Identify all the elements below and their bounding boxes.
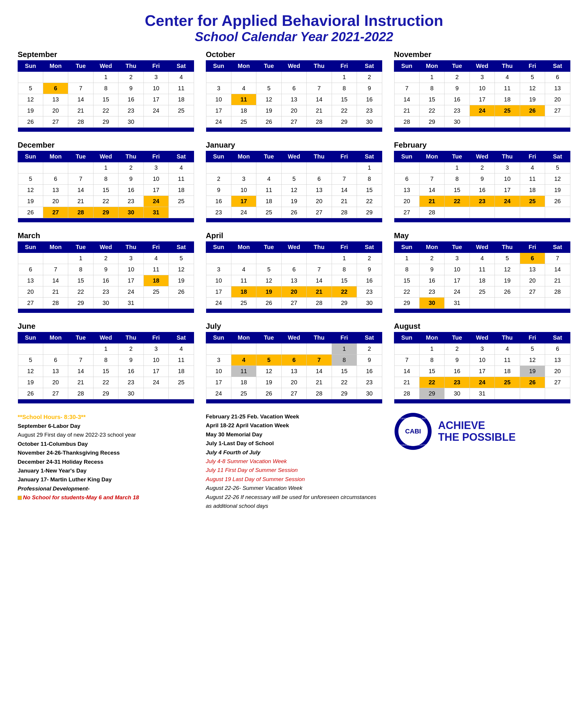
day-header: Sat xyxy=(545,151,570,162)
calendar-cell: 27 xyxy=(18,298,43,309)
calendar-cell xyxy=(281,309,306,313)
calendar-cell: 10 xyxy=(144,83,169,94)
calendar-cell: 27 xyxy=(281,388,306,399)
calendar-cell: 12 xyxy=(18,366,43,377)
calendar-cell xyxy=(144,128,169,132)
month-block-march: MarchSunMonTueWedThuFriSat12345678910111… xyxy=(18,231,194,313)
calendar-cell: 28 xyxy=(68,116,93,128)
calendar-cell: 26 xyxy=(256,298,281,309)
calendar-cell: 11 xyxy=(169,354,194,366)
calendar-cell: 8 xyxy=(93,173,118,185)
calendar-cell: 3 xyxy=(231,173,256,185)
calendar-cell: 22 xyxy=(332,286,356,298)
month-block-may: MaySunMonTueWedThuFriSat1234567891011121… xyxy=(394,231,570,313)
calendar-cell: 10 xyxy=(444,264,470,275)
calendar-cell: 16 xyxy=(357,275,382,286)
calendar-cell xyxy=(357,128,382,132)
month-name: October xyxy=(206,50,382,59)
calendar-cell: 22 xyxy=(394,286,419,298)
calendar-cell: 28 xyxy=(307,388,332,399)
calendar-cell: 28 xyxy=(394,388,419,399)
footer-item: August 19 Last Day of Summer Session xyxy=(206,475,382,484)
calendar-cell: 6 xyxy=(18,264,43,275)
calendar-cell xyxy=(495,399,520,404)
calendar-cell xyxy=(231,128,256,132)
calendar-cell: 5 xyxy=(256,83,281,94)
calendar-cell: 8 xyxy=(332,354,356,366)
calendar-cell: 17 xyxy=(470,366,495,377)
calendar-cell: 13 xyxy=(520,264,545,275)
calendar-cell: 15 xyxy=(93,94,118,105)
calendar-cell: 12 xyxy=(256,366,281,377)
calendar-cell xyxy=(256,343,281,354)
calendar-cell xyxy=(18,218,43,222)
calendar-cell: 20 xyxy=(43,377,68,388)
day-header: Wed xyxy=(281,242,306,253)
calendar-cell xyxy=(444,309,470,313)
calendar-cell: 23 xyxy=(93,286,118,298)
calendar-cell: 31 xyxy=(144,207,169,218)
calendar-cell xyxy=(118,218,144,222)
calendar-cell: 29 xyxy=(394,298,419,309)
calendar-cell: 23 xyxy=(444,105,470,116)
day-header: Sat xyxy=(169,151,194,162)
calendar-cell xyxy=(394,399,419,404)
calendar-cell: 19 xyxy=(520,366,545,377)
day-header: Sun xyxy=(18,242,43,253)
calendar-cell: 25 xyxy=(169,105,194,116)
day-header: Thu xyxy=(118,151,144,162)
calendar-cell: 5 xyxy=(495,253,520,264)
calendar-cell: 30 xyxy=(118,388,144,399)
calendar-cell xyxy=(520,128,545,132)
calendar-cell xyxy=(281,218,306,222)
calendar-cell: 21 xyxy=(307,286,332,298)
calendar-table: SunMonTueWedThuFriSat1234567891011121314… xyxy=(206,151,382,222)
calendar-cell xyxy=(394,128,419,132)
page-title-block: Center for Applied Behavioral Instructio… xyxy=(18,12,570,44)
calendar-cell: 11 xyxy=(470,264,495,275)
footer-item: July 4-8 Summer Vacation Week xyxy=(206,457,382,466)
calendar-cell: 8 xyxy=(332,83,356,94)
month-block-september: SeptemberSunMonTueWedThuFriSat1234567891… xyxy=(18,50,194,132)
calendar-cell: 24 xyxy=(206,298,231,309)
day-header: Fri xyxy=(520,332,545,343)
calendar-cell: 8 xyxy=(357,173,382,185)
calendar-cell: 12 xyxy=(520,83,545,94)
calendar-cell: 30 xyxy=(444,388,470,399)
calendar-cell: 9 xyxy=(357,354,382,366)
calendar-cell: 5 xyxy=(18,83,43,94)
calendar-cell: 27 xyxy=(307,207,332,218)
calendar-cell: 7 xyxy=(68,354,93,366)
calendar-cell xyxy=(256,309,281,313)
calendar-cell: 6 xyxy=(281,83,306,94)
calendar-cell: 21 xyxy=(332,196,356,207)
calendar-cell: 7 xyxy=(43,264,68,275)
calendar-cell: 10 xyxy=(144,354,169,366)
calendar-cell xyxy=(206,253,231,264)
calendar-cell: 17 xyxy=(206,105,231,116)
calendar-cell: 21 xyxy=(68,377,93,388)
day-header: Sun xyxy=(18,151,43,162)
calendar-cell: 18 xyxy=(520,185,545,196)
calendar-cell xyxy=(144,399,169,404)
calendar-cell: 28 xyxy=(68,207,93,218)
calendar-cell: 11 xyxy=(520,173,545,185)
calendar-cell: 28 xyxy=(43,298,68,309)
calendar-cell: 1 xyxy=(332,71,356,83)
calendar-cell: 19 xyxy=(545,185,570,196)
month-name: November xyxy=(394,50,570,59)
calendar-cell: 13 xyxy=(43,185,68,196)
calendar-cell: 18 xyxy=(495,366,520,377)
month-name: August xyxy=(394,322,570,331)
calendar-cell xyxy=(169,298,194,309)
day-header: Sat xyxy=(357,61,382,71)
day-header: Fri xyxy=(144,242,169,253)
calendar-cell xyxy=(332,309,356,313)
calendar-cell xyxy=(495,388,520,399)
calendar-cell: 7 xyxy=(394,354,419,366)
calendar-cell: 17 xyxy=(470,94,495,105)
calendar-cell: 26 xyxy=(520,105,545,116)
calendar-cell: 6 xyxy=(545,343,570,354)
calendar-cell xyxy=(470,399,495,404)
month-name: July xyxy=(206,322,382,331)
